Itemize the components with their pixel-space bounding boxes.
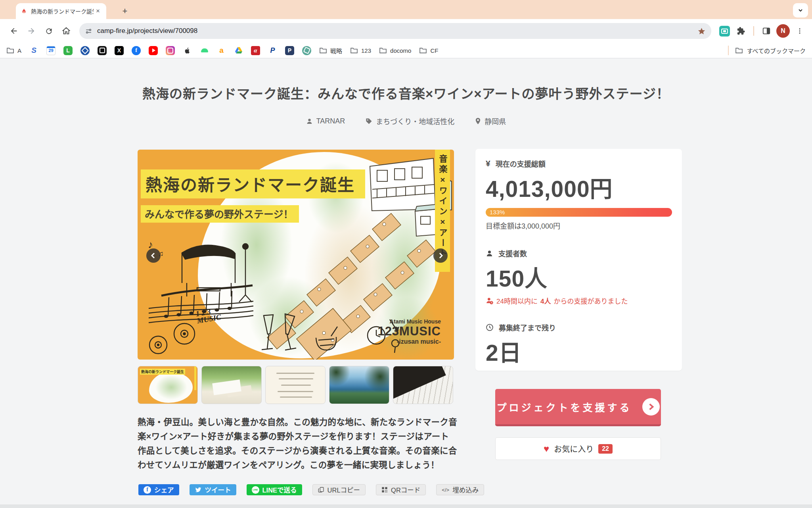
tab-title: 熱海の新ランドマーク誕生：みん [31,7,94,15]
new-tab-button[interactable]: + [119,5,131,17]
bookmark-folder-docomo[interactable]: docomo [379,47,411,54]
raised-amount: 4,013,000円 [486,171,672,203]
tab-close-icon[interactable]: × [94,7,102,15]
thumbnail-architecture-model[interactable] [201,366,262,404]
toolbar-divider [753,26,754,36]
recent-backers-note: 24時間以内に4人からの支援がありました [486,296,672,306]
share-facebook-button[interactable]: f シェア [138,484,179,495]
share-line-button[interactable]: LINE LINEで送る [247,484,302,495]
days-remaining: 2日 [486,335,672,367]
bookmark-facebook-icon[interactable]: f [132,46,141,55]
project-category[interactable]: まちづくり・地域活性化 [366,116,454,126]
facebook-icon: f [144,486,151,494]
location-pin-icon [475,117,481,125]
bookmark-apple-icon[interactable] [183,46,192,55]
qr-icon [381,487,388,493]
menu-kebab-icon[interactable] [793,24,806,38]
url-text[interactable]: camp-fire.jp/projects/view/700098 [97,27,695,35]
bookmark-google-drive-icon[interactable] [234,46,243,55]
browser-toolbar: camp-fire.jp/projects/view/700098 N [0,19,812,43]
hero-headline: 熱海の新ランドマーク誕生 [141,169,365,198]
backers-person-icon [486,250,493,257]
extensions-puzzle-icon[interactable] [734,24,748,38]
bookmark-calendar-icon[interactable]: 29 [46,46,56,55]
favorite-count-badge: 22 [598,444,613,454]
browser-window: 熱海の新ランドマーク誕生：みん × + camp-fire.jp/project… [0,0,812,508]
embed-button[interactable]: </> 埋め込み [436,484,484,495]
bookmark-folder-senryaku[interactable]: 戦略 [319,46,342,55]
bookmark-folder-a[interactable]: A [6,47,21,54]
share-twitter-button[interactable]: ツイート [190,484,236,495]
bookmark-x-twitter-icon[interactable]: X [115,46,124,55]
thumbnail-piano-keys[interactable] [393,366,453,404]
bookmark-s-logo-icon[interactable]: S [29,46,38,55]
bookmark-star-icon[interactable] [695,24,708,38]
thumbnail-row: 熱海の新ランドマーク誕生 [138,366,454,404]
browser-tab[interactable]: 熱海の新ランドマーク誕生：みん × [16,3,106,19]
hero-brand: Atami Music House 123MUSIC -izusan music… [377,318,441,345]
favicon-campfire-flame-icon [21,8,27,15]
bookmark-black-square-icon[interactable] [98,46,107,55]
copy-icon [318,487,324,493]
carousel-next-icon[interactable] [433,248,448,263]
person-icon [306,118,313,125]
home-icon[interactable] [59,24,73,38]
back-icon[interactable] [7,24,21,38]
favorite-button[interactable]: ♥ お気に入り 22 [495,437,661,460]
toolbar-right: N [718,24,806,38]
bookmark-shield-l-icon[interactable]: L [63,46,73,55]
bookmark-folder-123[interactable]: 123 [350,47,371,54]
project-description: 熱海・伊豆山。美しい海と豊かな自然。この魅力的な地に、新たなランドマーク音楽×ワ… [138,415,457,472]
project-meta: TARNAR まちづくり・地域活性化 静岡県 [0,116,812,126]
bookmark-folder-cf[interactable]: CF [419,47,438,54]
bookmark-android-icon[interactable] [200,46,209,55]
carousel-prev-icon[interactable] [146,248,161,263]
url-bar[interactable]: camp-fire.jp/projects/view/700098 [79,23,711,39]
qr-code-button[interactable]: QRコード [376,484,426,495]
url-copy-button[interactable]: URLコピー [312,484,366,495]
heart-icon: ♥ [544,444,549,454]
forward-icon[interactable] [25,24,38,38]
page-content: 熱海の新ランドマーク誕生：みんなで作る音楽×ワイン×アートの夢叶う野外ステージ！… [0,59,812,508]
tab-search-chevron-icon[interactable] [793,3,808,17]
thumbnail-illustration[interactable]: 熱海の新ランドマーク誕生 [138,366,198,404]
bookmarks-bar: A S 29 L X f a α P P 戦略 123 [0,43,812,58]
support-project-button[interactable]: プロジェクトを支援する [495,389,661,426]
hero-image[interactable]: ♪ ♫ 熱海の新ランドマーク誕生 みんなで作る夢の野外ステージ！ 音楽×ワイン×… [138,150,454,360]
reload-icon[interactable] [42,24,56,38]
project-title: 熱海の新ランドマーク誕生：みんなで作る音楽×ワイン×アートの夢叶う野外ステージ！ [0,83,812,102]
backers-count: 150人 [486,260,672,293]
progress-bar: 133% [486,208,672,217]
deadline-label-row: 募集終了まで残り [486,322,672,333]
progress-percent: 133% [490,209,505,216]
page-bottom-edge [0,504,812,508]
site-settings-icon[interactable] [85,27,92,35]
yen-icon: ¥ [486,159,490,168]
bookmarks-left: A S 29 L X f a α P P 戦略 123 [6,46,726,55]
bookmark-amazon-icon[interactable]: a [217,46,226,55]
project-location[interactable]: 静岡県 [475,116,506,126]
project-owner[interactable]: TARNAR [306,116,345,126]
screenshot-extension-icon[interactable] [718,24,731,38]
clock-icon [486,323,494,331]
stats-card: ¥ 現在の支援総額 4,013,000円 133% 目標金額は3,000,000… [475,149,682,371]
hero-subheadline: みんなで作る夢の野外ステージ！ [141,205,299,223]
bookmark-alpha-icon[interactable]: α [251,46,260,55]
backers-label-row: 支援者数 [486,248,672,258]
line-icon: LINE [252,486,259,494]
bookmark-blue-swirl-icon[interactable] [80,46,90,55]
thumbnail-sketch-sheet[interactable] [265,366,326,404]
tag-icon [366,118,372,125]
arrow-right-icon [642,398,660,416]
all-bookmarks[interactable]: すべてのブックマーク [726,46,806,55]
bookmark-instagram-icon[interactable] [166,46,175,55]
side-panel-icon[interactable] [760,24,773,38]
profile-avatar[interactable]: N [776,24,790,38]
goal-text: 目標金額は3,000,000円 [486,220,672,231]
bookmark-youtube-icon[interactable] [149,46,158,55]
tab-strip: 熱海の新ランドマーク誕生：みん × + [0,0,812,19]
bookmark-p-square-icon[interactable]: P [285,46,294,55]
thumbnail-sea-view[interactable] [329,366,389,404]
bookmark-paypal-icon[interactable]: P [268,46,277,55]
bookmark-teal-swirl-icon[interactable] [302,46,311,55]
